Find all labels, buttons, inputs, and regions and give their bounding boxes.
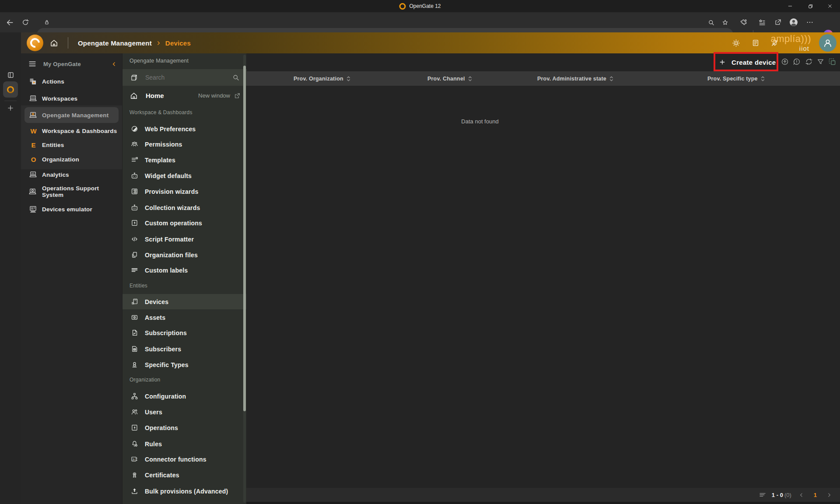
app-sidebar: My OpenGate Actions Workspaces Opengate … xyxy=(21,53,122,504)
subscription-document-icon xyxy=(130,329,139,337)
brand-line2: iiot xyxy=(770,45,811,52)
column-header-prov-administrative-state[interactable]: Prov. Administrative state xyxy=(537,71,614,86)
flyout-item-subscribers[interactable]: Subscribers xyxy=(122,341,246,357)
theme-toggle-button[interactable] xyxy=(731,38,741,48)
rows-per-page-icon[interactable] xyxy=(759,491,766,499)
flyout-item-devices[interactable]: Devices xyxy=(122,294,246,309)
menu-button[interactable] xyxy=(28,60,37,68)
share-button[interactable] xyxy=(773,17,783,28)
breadcrumb-current[interactable]: Devices xyxy=(165,39,191,47)
sidebar-item-workspace-dashboards[interactable]: W Workspace & Dashboards xyxy=(21,123,122,139)
flyout-item-bulk-provisions[interactable]: Bulk provisions (Advanced) xyxy=(122,483,246,499)
search-row[interactable] xyxy=(122,69,247,86)
minimize-button[interactable] xyxy=(780,0,800,12)
document-icon xyxy=(751,38,760,47)
flyout-item-configuration[interactable]: Configuration xyxy=(122,388,246,404)
flyout-item-operations[interactable]: Operations xyxy=(122,420,246,435)
restore-icon xyxy=(807,3,814,10)
column-header-prov-channel[interactable]: Prov. Channel xyxy=(427,71,472,86)
restore-button[interactable] xyxy=(800,0,820,12)
find-on-page-button[interactable] xyxy=(706,17,716,28)
filter-button[interactable] xyxy=(816,57,825,66)
favorites-list-icon xyxy=(758,18,766,26)
column-header-prov-specific-type[interactable]: Prov. Specific type xyxy=(707,71,765,86)
archive-box-icon xyxy=(130,73,138,82)
column-header-prov-organization[interactable]: Prov. Organization xyxy=(294,71,351,86)
breadcrumb-parent[interactable]: Opengate Management xyxy=(78,39,152,47)
close-button[interactable] xyxy=(820,0,840,12)
profile-button[interactable] xyxy=(788,17,799,28)
flyout-item-custom-labels[interactable]: Custom labels xyxy=(122,262,246,278)
sidebar-item-opengate-management[interactable]: Opengate Management xyxy=(21,107,122,123)
flyout-item-subscriptions[interactable]: Subscriptions xyxy=(122,325,246,340)
user-avatar[interactable] xyxy=(819,34,836,52)
previous-page-button[interactable] xyxy=(797,492,806,498)
breadcrumb: Opengate Management Devices xyxy=(78,32,191,53)
new-tab-button[interactable] xyxy=(5,103,16,113)
opengate-logo-ring-icon xyxy=(28,36,42,50)
flyout-item-certificates[interactable]: Certificates xyxy=(122,467,246,483)
search-icon[interactable] xyxy=(232,74,240,81)
sidebar-panel-button[interactable] xyxy=(5,70,16,80)
flyout-item-rules[interactable]: Rules xyxy=(122,436,246,452)
flyout-item-specific-types[interactable]: Specific Types xyxy=(122,357,246,372)
sidebar-item-devices-emulator[interactable]: Devices emulator xyxy=(21,201,122,217)
columns-icon xyxy=(828,57,836,66)
create-device-label: Create device xyxy=(732,59,776,66)
refresh-button[interactable] xyxy=(20,17,31,28)
plus-icon xyxy=(7,104,14,112)
search-input[interactable] xyxy=(144,74,232,81)
flyout-item-templates[interactable]: Templates xyxy=(122,152,246,168)
flyout-item-permissions[interactable]: Permissions xyxy=(122,136,246,152)
import-button[interactable] xyxy=(780,57,790,66)
bell-gear-icon xyxy=(130,440,139,448)
flyout-item-collection-wizards[interactable]: Collection wizards xyxy=(122,200,246,215)
sidebar-item-analytics[interactable]: Analytics xyxy=(21,167,122,182)
flyout-item-custom-operations[interactable]: Custom operations xyxy=(122,215,246,231)
flyout-item-widget-defaults[interactable]: Widget defaults xyxy=(122,168,246,183)
home-button[interactable] xyxy=(49,38,59,48)
back-icon xyxy=(6,18,14,27)
browser-tab[interactable]: OpenGate 12 xyxy=(399,0,441,12)
alerts-button[interactable] xyxy=(792,57,802,66)
collapse-sidebar-button[interactable] xyxy=(111,61,117,67)
release-notes-button[interactable] xyxy=(750,38,761,48)
lock-icon[interactable] xyxy=(42,17,52,28)
flyout-item-home[interactable]: Home New window xyxy=(122,88,247,103)
flyout-scrollbar-thumb[interactable] xyxy=(243,66,246,411)
back-button[interactable] xyxy=(4,17,15,28)
next-page-button[interactable] xyxy=(825,492,834,498)
upload-circle-icon xyxy=(780,57,789,66)
browser-menu-button[interactable] xyxy=(805,17,815,28)
flyout-item-script-formatter[interactable]: Script Formatter xyxy=(122,231,246,247)
current-page[interactable]: 1 xyxy=(811,492,819,498)
flyout-item-connector-functions[interactable]: fx Connector functions xyxy=(122,452,246,467)
sidebar-item-organization[interactable]: O Organization xyxy=(21,151,122,167)
reload-table-button[interactable] xyxy=(804,57,814,66)
flyout-item-web-preferences[interactable]: Web Preferences xyxy=(122,121,246,136)
column-selector-button[interactable] xyxy=(827,57,837,66)
sidebar-title: My OpenGate xyxy=(43,61,81,67)
refresh-icon xyxy=(805,57,813,66)
sidebar-item-operations-support-system[interactable]: Operations Support System xyxy=(21,184,122,200)
sidebar-item-workspaces[interactable]: Workspaces xyxy=(21,91,122,106)
sidebar-item-actions[interactable]: Actions xyxy=(21,74,122,89)
opengate-logo[interactable] xyxy=(27,35,43,51)
flyout-item-users[interactable]: Users xyxy=(122,404,246,420)
sidebar-item-entities[interactable]: E Entities xyxy=(21,137,122,153)
users-icon xyxy=(130,408,139,416)
active-vertical-tab[interactable] xyxy=(3,81,18,98)
create-device-button[interactable]: Create device xyxy=(719,56,776,68)
flyout-item-provision-wizards[interactable]: Provision wizards xyxy=(122,184,246,199)
flyout-item-organization-files[interactable]: Organization files xyxy=(122,247,246,262)
extensions-button[interactable] xyxy=(738,17,749,28)
magnifier-icon xyxy=(707,19,715,26)
favorite-star-button[interactable] xyxy=(720,17,730,28)
filter-icon xyxy=(816,58,825,66)
section-label-workspace-dashboards: Workspace & Dashboards xyxy=(130,109,192,116)
flyout-item-assets[interactable]: Assets xyxy=(122,310,246,325)
favorites-list-button[interactable] xyxy=(757,17,767,28)
new-window-link[interactable]: New window xyxy=(198,92,241,99)
app-header: Opengate Management Devices amplía))) ii… xyxy=(21,32,840,53)
profile-avatar-icon xyxy=(788,17,799,28)
